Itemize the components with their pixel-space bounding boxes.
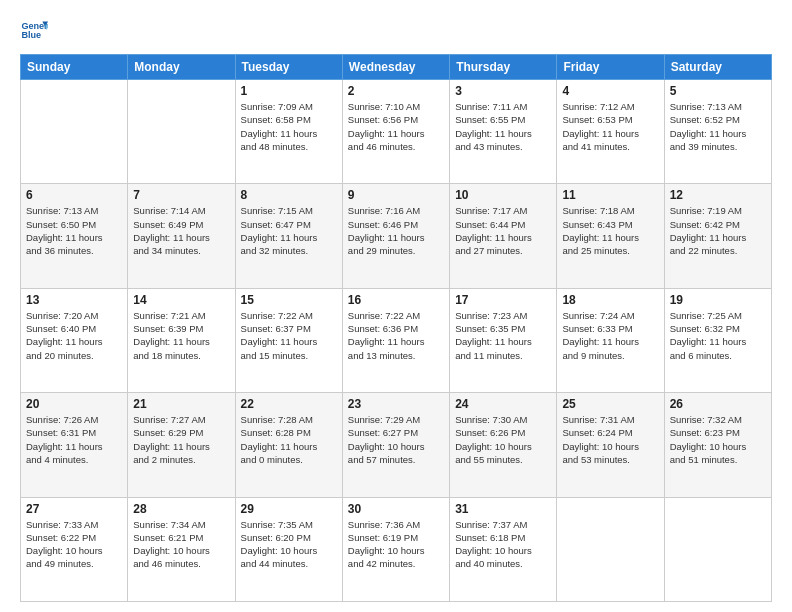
day-info: Sunrise: 7:12 AM Sunset: 6:53 PM Dayligh… [562, 100, 658, 153]
day-number: 10 [455, 188, 551, 202]
column-header-friday: Friday [557, 55, 664, 80]
week-row-5: 27Sunrise: 7:33 AM Sunset: 6:22 PM Dayli… [21, 497, 772, 601]
day-number: 28 [133, 502, 229, 516]
calendar-cell: 6Sunrise: 7:13 AM Sunset: 6:50 PM Daylig… [21, 184, 128, 288]
day-number: 24 [455, 397, 551, 411]
day-info: Sunrise: 7:10 AM Sunset: 6:56 PM Dayligh… [348, 100, 444, 153]
week-row-1: 1Sunrise: 7:09 AM Sunset: 6:58 PM Daylig… [21, 80, 772, 184]
calendar-cell: 17Sunrise: 7:23 AM Sunset: 6:35 PM Dayli… [450, 288, 557, 392]
day-info: Sunrise: 7:11 AM Sunset: 6:55 PM Dayligh… [455, 100, 551, 153]
calendar-cell: 10Sunrise: 7:17 AM Sunset: 6:44 PM Dayli… [450, 184, 557, 288]
day-number: 15 [241, 293, 337, 307]
day-info: Sunrise: 7:17 AM Sunset: 6:44 PM Dayligh… [455, 204, 551, 257]
day-number: 9 [348, 188, 444, 202]
day-number: 30 [348, 502, 444, 516]
day-info: Sunrise: 7:35 AM Sunset: 6:20 PM Dayligh… [241, 518, 337, 571]
day-info: Sunrise: 7:25 AM Sunset: 6:32 PM Dayligh… [670, 309, 766, 362]
calendar-cell: 31Sunrise: 7:37 AM Sunset: 6:18 PM Dayli… [450, 497, 557, 601]
calendar-cell: 3Sunrise: 7:11 AM Sunset: 6:55 PM Daylig… [450, 80, 557, 184]
calendar-cell: 26Sunrise: 7:32 AM Sunset: 6:23 PM Dayli… [664, 393, 771, 497]
day-info: Sunrise: 7:22 AM Sunset: 6:36 PM Dayligh… [348, 309, 444, 362]
day-number: 26 [670, 397, 766, 411]
day-info: Sunrise: 7:09 AM Sunset: 6:58 PM Dayligh… [241, 100, 337, 153]
day-info: Sunrise: 7:37 AM Sunset: 6:18 PM Dayligh… [455, 518, 551, 571]
day-number: 29 [241, 502, 337, 516]
calendar-cell: 19Sunrise: 7:25 AM Sunset: 6:32 PM Dayli… [664, 288, 771, 392]
calendar-cell: 7Sunrise: 7:14 AM Sunset: 6:49 PM Daylig… [128, 184, 235, 288]
calendar-cell [664, 497, 771, 601]
column-header-thursday: Thursday [450, 55, 557, 80]
calendar-cell: 12Sunrise: 7:19 AM Sunset: 6:42 PM Dayli… [664, 184, 771, 288]
day-info: Sunrise: 7:33 AM Sunset: 6:22 PM Dayligh… [26, 518, 122, 571]
day-number: 2 [348, 84, 444, 98]
calendar-cell: 20Sunrise: 7:26 AM Sunset: 6:31 PM Dayli… [21, 393, 128, 497]
day-number: 1 [241, 84, 337, 98]
page: General Blue SundayMondayTuesdayWednesda… [0, 0, 792, 612]
day-number: 12 [670, 188, 766, 202]
day-number: 22 [241, 397, 337, 411]
day-info: Sunrise: 7:23 AM Sunset: 6:35 PM Dayligh… [455, 309, 551, 362]
calendar-cell: 13Sunrise: 7:20 AM Sunset: 6:40 PM Dayli… [21, 288, 128, 392]
calendar-cell: 30Sunrise: 7:36 AM Sunset: 6:19 PM Dayli… [342, 497, 449, 601]
calendar-cell [128, 80, 235, 184]
day-number: 19 [670, 293, 766, 307]
calendar-cell: 25Sunrise: 7:31 AM Sunset: 6:24 PM Dayli… [557, 393, 664, 497]
day-info: Sunrise: 7:14 AM Sunset: 6:49 PM Dayligh… [133, 204, 229, 257]
calendar-cell [21, 80, 128, 184]
day-number: 13 [26, 293, 122, 307]
calendar-table: SundayMondayTuesdayWednesdayThursdayFrid… [20, 54, 772, 602]
day-info: Sunrise: 7:20 AM Sunset: 6:40 PM Dayligh… [26, 309, 122, 362]
day-info: Sunrise: 7:19 AM Sunset: 6:42 PM Dayligh… [670, 204, 766, 257]
calendar-cell: 23Sunrise: 7:29 AM Sunset: 6:27 PM Dayli… [342, 393, 449, 497]
day-number: 4 [562, 84, 658, 98]
week-row-4: 20Sunrise: 7:26 AM Sunset: 6:31 PM Dayli… [21, 393, 772, 497]
day-info: Sunrise: 7:34 AM Sunset: 6:21 PM Dayligh… [133, 518, 229, 571]
week-row-2: 6Sunrise: 7:13 AM Sunset: 6:50 PM Daylig… [21, 184, 772, 288]
calendar-cell: 27Sunrise: 7:33 AM Sunset: 6:22 PM Dayli… [21, 497, 128, 601]
day-info: Sunrise: 7:22 AM Sunset: 6:37 PM Dayligh… [241, 309, 337, 362]
calendar-cell: 18Sunrise: 7:24 AM Sunset: 6:33 PM Dayli… [557, 288, 664, 392]
day-number: 17 [455, 293, 551, 307]
calendar-cell: 1Sunrise: 7:09 AM Sunset: 6:58 PM Daylig… [235, 80, 342, 184]
calendar-cell [557, 497, 664, 601]
day-number: 5 [670, 84, 766, 98]
day-info: Sunrise: 7:28 AM Sunset: 6:28 PM Dayligh… [241, 413, 337, 466]
calendar-cell: 9Sunrise: 7:16 AM Sunset: 6:46 PM Daylig… [342, 184, 449, 288]
calendar-cell: 21Sunrise: 7:27 AM Sunset: 6:29 PM Dayli… [128, 393, 235, 497]
header: General Blue [20, 16, 772, 44]
calendar-cell: 15Sunrise: 7:22 AM Sunset: 6:37 PM Dayli… [235, 288, 342, 392]
day-number: 6 [26, 188, 122, 202]
calendar-cell: 16Sunrise: 7:22 AM Sunset: 6:36 PM Dayli… [342, 288, 449, 392]
day-info: Sunrise: 7:27 AM Sunset: 6:29 PM Dayligh… [133, 413, 229, 466]
day-info: Sunrise: 7:32 AM Sunset: 6:23 PM Dayligh… [670, 413, 766, 466]
day-info: Sunrise: 7:30 AM Sunset: 6:26 PM Dayligh… [455, 413, 551, 466]
calendar-header-row: SundayMondayTuesdayWednesdayThursdayFrid… [21, 55, 772, 80]
calendar-cell: 2Sunrise: 7:10 AM Sunset: 6:56 PM Daylig… [342, 80, 449, 184]
calendar-cell: 11Sunrise: 7:18 AM Sunset: 6:43 PM Dayli… [557, 184, 664, 288]
day-info: Sunrise: 7:18 AM Sunset: 6:43 PM Dayligh… [562, 204, 658, 257]
day-number: 8 [241, 188, 337, 202]
day-info: Sunrise: 7:36 AM Sunset: 6:19 PM Dayligh… [348, 518, 444, 571]
day-number: 20 [26, 397, 122, 411]
column-header-saturday: Saturday [664, 55, 771, 80]
calendar-cell: 4Sunrise: 7:12 AM Sunset: 6:53 PM Daylig… [557, 80, 664, 184]
day-info: Sunrise: 7:31 AM Sunset: 6:24 PM Dayligh… [562, 413, 658, 466]
calendar-cell: 5Sunrise: 7:13 AM Sunset: 6:52 PM Daylig… [664, 80, 771, 184]
calendar-cell: 28Sunrise: 7:34 AM Sunset: 6:21 PM Dayli… [128, 497, 235, 601]
day-number: 27 [26, 502, 122, 516]
column-header-wednesday: Wednesday [342, 55, 449, 80]
day-number: 11 [562, 188, 658, 202]
calendar-cell: 24Sunrise: 7:30 AM Sunset: 6:26 PM Dayli… [450, 393, 557, 497]
day-number: 31 [455, 502, 551, 516]
logo: General Blue [20, 16, 48, 44]
calendar-cell: 8Sunrise: 7:15 AM Sunset: 6:47 PM Daylig… [235, 184, 342, 288]
day-number: 14 [133, 293, 229, 307]
column-header-sunday: Sunday [21, 55, 128, 80]
day-number: 25 [562, 397, 658, 411]
column-header-monday: Monday [128, 55, 235, 80]
column-header-tuesday: Tuesday [235, 55, 342, 80]
day-info: Sunrise: 7:26 AM Sunset: 6:31 PM Dayligh… [26, 413, 122, 466]
calendar-cell: 22Sunrise: 7:28 AM Sunset: 6:28 PM Dayli… [235, 393, 342, 497]
day-info: Sunrise: 7:21 AM Sunset: 6:39 PM Dayligh… [133, 309, 229, 362]
day-info: Sunrise: 7:15 AM Sunset: 6:47 PM Dayligh… [241, 204, 337, 257]
